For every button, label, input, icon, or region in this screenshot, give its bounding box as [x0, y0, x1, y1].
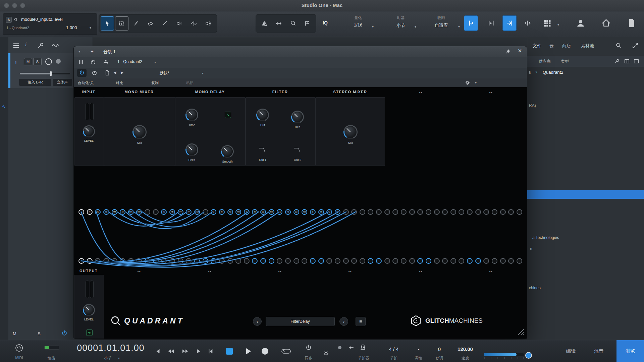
quantize-dropdown[interactable]: 量化 1/16 ▾: [340, 15, 376, 32]
fade-tool-button[interactable]: [258, 16, 271, 31]
preset-menu-button[interactable]: ≡: [356, 317, 366, 326]
wrench-icon[interactable]: [37, 42, 44, 49]
track-selector-caret-icon[interactable]: ▾: [154, 60, 156, 64]
patch-jack[interactable]: --: [343, 209, 349, 215]
tab-cloud[interactable]: 云: [549, 43, 554, 49]
play-button[interactable]: [245, 348, 252, 355]
patch-jack[interactable]: #C: [227, 209, 233, 215]
patch-jack[interactable]: [434, 258, 440, 264]
channel-mode-pill[interactable]: 立体声: [53, 79, 72, 86]
patch-jack[interactable]: R: [219, 209, 225, 215]
copy-button[interactable]: 复制: [151, 80, 159, 85]
patch-jack[interactable]: #R: [235, 209, 241, 215]
stereo-mix-knob[interactable]: [343, 125, 358, 139]
patch-jack[interactable]: --: [417, 209, 423, 215]
rewind-icon[interactable]: [167, 348, 175, 354]
patch-jack[interactable]: [384, 258, 390, 264]
patch-jack[interactable]: [310, 258, 316, 264]
patch-jack[interactable]: [178, 258, 183, 264]
patch-jack[interactable]: R: [252, 209, 258, 215]
plugin-power-button[interactable]: [77, 69, 87, 77]
patch-jack[interactable]: [517, 258, 522, 264]
patch-jack[interactable]: #T: [178, 209, 183, 215]
paint-tool-button[interactable]: [129, 16, 143, 31]
sync-power-icon[interactable]: [305, 344, 312, 351]
patch-jack[interactable]: [161, 258, 167, 264]
preset-prev-button[interactable]: ‹: [253, 317, 262, 326]
mute-tool-button[interactable]: [173, 16, 186, 31]
fast-forward-icon[interactable]: [181, 348, 189, 354]
zoom-tool-button[interactable]: [286, 16, 300, 31]
step-back-icon[interactable]: [155, 348, 161, 354]
timebase-dropdown[interactable]: 时基 小节 ▾: [384, 15, 418, 32]
metronome-label[interactable]: 节拍器: [358, 356, 369, 361]
patch-jack[interactable]: R1: [285, 209, 291, 215]
browser-selected-row[interactable]: [527, 190, 644, 199]
time-display[interactable]: 00001.01.01.00: [77, 343, 145, 353]
mix-view-button[interactable]: 混音: [594, 348, 603, 354]
layout-split-icon[interactable]: [624, 58, 630, 64]
volume-fader[interactable]: [20, 73, 70, 74]
main-volume-slider[interactable]: [484, 353, 524, 356]
snap-dropdown[interactable]: 吸附 自适应 ▾: [422, 15, 461, 32]
patch-jack[interactable]: IR: [335, 209, 340, 215]
patch-jack[interactable]: --: [434, 209, 440, 215]
add-tab-button[interactable]: +: [91, 48, 94, 54]
track-info-caret-icon[interactable]: ▾: [90, 26, 91, 29]
patch-jack[interactable]: [417, 258, 423, 264]
stretch-tool-button[interactable]: [272, 16, 285, 31]
patch-jack[interactable]: L2: [293, 209, 299, 215]
autoscroll-toggle-button[interactable]: [464, 15, 478, 31]
patch-jack[interactable]: --: [392, 209, 398, 215]
filter-cut-knob[interactable]: [256, 109, 269, 121]
patch-jack[interactable]: [492, 258, 497, 264]
user-profile-button[interactable]: [576, 18, 586, 28]
previous-preset-icon[interactable]: ◀: [113, 70, 116, 75]
range-tool-button[interactable]: [115, 16, 128, 31]
knob-small-icon[interactable]: [91, 70, 98, 76]
browse-view-button[interactable]: 浏览: [616, 340, 644, 362]
patch-jack[interactable]: [376, 258, 382, 264]
patch-jack[interactable]: [219, 258, 225, 264]
paste-button[interactable]: 粘贴: [186, 80, 194, 85]
patch-jack[interactable]: MX: [128, 209, 134, 215]
patch-jack[interactable]: R: [318, 209, 324, 215]
listen-tool-button[interactable]: [202, 16, 215, 31]
info-icon[interactable]: i: [25, 42, 26, 48]
notes-button[interactable]: [627, 18, 637, 28]
close-icon[interactable]: ×: [518, 47, 522, 55]
patch-jack[interactable]: --: [360, 209, 365, 215]
stop-button[interactable]: [226, 348, 233, 355]
browser-item-fragment[interactable]: a Technologies: [532, 235, 559, 240]
patch-jack[interactable]: [508, 258, 514, 264]
patch-jack[interactable]: L: [310, 209, 316, 215]
patch-jack[interactable]: [467, 258, 473, 264]
patch-jack[interactable]: IN: [161, 209, 167, 215]
patch-jack[interactable]: --: [500, 209, 506, 215]
patch-jack[interactable]: [426, 258, 431, 264]
preset-next-button[interactable]: ›: [339, 317, 348, 326]
input-level-knob[interactable]: [83, 125, 95, 137]
patch-jack[interactable]: [128, 258, 134, 264]
patch-jack[interactable]: #M: [112, 209, 117, 215]
patch-jack[interactable]: [368, 258, 373, 264]
edit-view-button[interactable]: 编辑: [566, 348, 576, 354]
channel-strip-icon[interactable]: [78, 59, 84, 65]
bend-tool-button[interactable]: [187, 16, 201, 31]
play-from-cursor-toggle-button[interactable]: [502, 15, 517, 31]
input-quantize-label[interactable]: IQ: [323, 20, 328, 25]
patch-jack[interactable]: [277, 258, 282, 264]
tab-pool[interactable]: 素材池: [581, 43, 594, 49]
settings-caret-icon[interactable]: ▾: [475, 81, 477, 84]
patch-jack[interactable]: [112, 258, 117, 264]
patch-jack[interactable]: --: [450, 209, 456, 215]
plugin-track-selector[interactable]: 1 - Quadrant2: [117, 59, 142, 64]
patch-jack[interactable]: [360, 258, 365, 264]
time-signature[interactable]: 4 / 4: [389, 346, 398, 352]
patch-jack[interactable]: --: [508, 209, 514, 215]
patch-jack[interactable]: [194, 258, 200, 264]
patch-jack[interactable]: [401, 258, 407, 264]
time-unit-caret-icon[interactable]: ▾: [118, 356, 120, 360]
patch-jack[interactable]: [235, 258, 241, 264]
browser-item-fragment[interactable]: chines: [529, 286, 541, 290]
